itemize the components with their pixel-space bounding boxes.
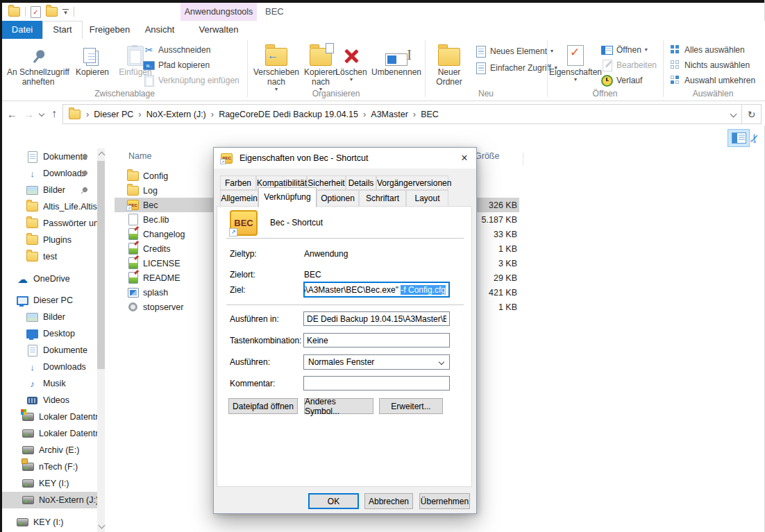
tab-start[interactable]: Start	[42, 21, 83, 40]
folder-icon	[26, 202, 38, 212]
sidebar-item-bilder[interactable]: Bilder	[2, 182, 97, 198]
group-label-open: Öffnen	[547, 89, 663, 98]
sidebar-item-nox-extern-j[interactable]: NoX-Extern (J:)	[2, 492, 97, 508]
sidebar-item-key-i[interactable]: KEY (I:)	[2, 475, 97, 492]
customize-toolbar-icon[interactable]: ▾	[62, 9, 69, 15]
sidebar-item-pc-dokumente[interactable]: Dokumente	[2, 342, 97, 359]
properties-check-icon[interactable]: ✓	[31, 6, 41, 18]
tab-vorgaengerversionen[interactable]: Vorgängerversionen	[376, 175, 448, 190]
sidebar-item-musik[interactable]: ♪ Musik	[2, 375, 97, 392]
folder-icon	[26, 235, 38, 245]
tab-datei[interactable]: Datei	[2, 21, 42, 39]
column-header-groesse[interactable]: Größe	[475, 151, 499, 166]
sidebar-item-onedrive[interactable]: ☁ OneDrive	[2, 271, 97, 287]
tab-verknuepfung[interactable]: Verknüpfung	[258, 187, 317, 207]
sidebar-item-test[interactable]: test	[2, 248, 97, 265]
sidebar-item-altis-life[interactable]: Altis_Life.Altis	[2, 198, 97, 215]
paste-shortcut-button[interactable]: Verknüpfung einfügen	[143, 74, 239, 87]
target-input[interactable]: 4.15\A3Master\BEC\Bec.exe" -f Config.cfg	[303, 282, 450, 298]
dialog-title: Eigenschaften von Bec - Shortcut	[239, 153, 369, 163]
history-clock-icon	[601, 75, 613, 87]
sidebar-item-key-i-2[interactable]: KEY (I:)	[2, 514, 97, 531]
address-bar[interactable]: › Dieser PC › NoX-Extern (J:) › RageCore…	[62, 104, 762, 124]
tab-allgemein[interactable]: Allgemein	[220, 190, 258, 207]
cancel-button[interactable]: Abbrechen	[364, 493, 413, 509]
breadcrumb-segment[interactable]: Dieser PC	[89, 110, 138, 119]
sidebar-item-pc-downloads[interactable]: ↓ Downloads	[2, 359, 97, 375]
tab-layout[interactable]: Layout	[406, 190, 448, 207]
select-none-icon	[669, 60, 681, 71]
new-item-icon	[475, 46, 487, 58]
scroll-down-icon[interactable]	[98, 522, 105, 529]
breadcrumb-segment[interactable]: BEC	[416, 110, 444, 119]
invert-selection-button[interactable]: Auswahl umkehren	[669, 74, 755, 87]
close-icon[interactable]: ×	[453, 148, 476, 169]
change-icon-button[interactable]: Anderes Symbol...	[304, 398, 373, 414]
move-to-icon: ←	[265, 41, 287, 66]
edit-button[interactable]: Bearbeiten	[601, 58, 657, 72]
properties-dialog: BEC↗ Eigenschaften von Bec - Shortcut × …	[213, 147, 477, 514]
tab-farben[interactable]: Farben	[220, 175, 256, 190]
history-chevron-icon[interactable]	[40, 101, 44, 126]
hotkey-input[interactable]	[303, 333, 450, 347]
breadcrumb-segment[interactable]: NoX-Extern (J:)	[142, 110, 211, 119]
tab-ansicht[interactable]: Ansicht	[137, 21, 183, 39]
back-icon[interactable]: ←	[7, 101, 17, 126]
sidebar-item-dokumente[interactable]: Dokumente	[2, 148, 97, 165]
column-header-name[interactable]: Name	[128, 151, 151, 166]
folder-icon[interactable]	[46, 7, 58, 17]
sidebar-item-plugins[interactable]: Plugins	[2, 232, 97, 248]
window-top-edge	[0, 0, 765, 3]
copy-icon	[86, 41, 99, 66]
open-file-location-button[interactable]: Dateipfad öffnen	[228, 398, 298, 414]
pictures-icon	[26, 313, 38, 322]
run-select[interactable]: Normales Fenster	[303, 354, 450, 370]
comment-input[interactable]	[303, 376, 450, 391]
sidebar-item-pc-bilder[interactable]: Bilder	[2, 309, 97, 325]
select-all-button[interactable]: Alles auswählen	[669, 43, 745, 57]
sidebar-item-downloads[interactable]: ↓ Downloads	[2, 165, 97, 182]
pushpin-icon	[31, 41, 46, 66]
folder-icon[interactable]	[8, 7, 20, 17]
invert-selection-icon	[669, 75, 681, 87]
breadcrumb-segment[interactable]: RageCoreDE Dedi Backup 19.04.15	[214, 110, 363, 119]
text-document-icon	[127, 243, 139, 255]
apply-button[interactable]: Übernehmen	[419, 493, 470, 509]
sidebar-item-passwoerter[interactable]: Passwörter und I	[2, 215, 97, 232]
tab-verwalten[interactable]: Verwalten	[183, 21, 255, 39]
refresh-icon[interactable]: ↻	[741, 105, 761, 123]
forward-icon[interactable]: →	[24, 101, 34, 126]
up-icon[interactable]: ↑	[51, 101, 57, 126]
tab-freigeben[interactable]: Freigeben	[83, 21, 137, 39]
scroll-up-icon[interactable]	[98, 152, 105, 159]
column-divider[interactable]	[523, 153, 523, 165]
comment-label: Kommentar:	[230, 379, 275, 388]
easy-access-button[interactable]: Einfacher Zugriff ▾	[475, 61, 557, 75]
breadcrumb-segment[interactable]: A3Master	[366, 110, 413, 119]
sidebar-item-lokaler-d[interactable]: Lokaler Datenträ	[2, 425, 97, 442]
cut-button[interactable]: ✂ Ausschneiden	[143, 43, 210, 57]
toolbar-separator	[25, 7, 26, 17]
open-button[interactable]: Öffnen ▾	[601, 43, 648, 57]
new-item-button[interactable]: Neues Element ▾	[475, 44, 553, 58]
history-button[interactable]: Verlauf	[601, 74, 642, 87]
desktop-icon	[26, 329, 38, 338]
sidebar-item-lokaler-c[interactable]: Lokaler Datenträ	[2, 409, 97, 425]
start-in-input[interactable]	[303, 311, 450, 326]
sidebar-scrollbar[interactable]	[97, 148, 105, 532]
sidebar-item-dieser-pc[interactable]: Dieser PC	[2, 292, 97, 309]
sidebar-item-ntech-f[interactable]: nTech (F:)	[2, 458, 97, 475]
tab-details[interactable]: Details	[346, 175, 376, 190]
address-dropdown-icon[interactable]	[725, 105, 741, 123]
advanced-button[interactable]: Erweitert...	[379, 398, 443, 414]
scrollbar-thumb[interactable]	[97, 161, 105, 369]
sidebar-item-videos[interactable]: Videos	[2, 392, 97, 409]
sidebar-item-desktop[interactable]: Desktop	[2, 325, 97, 342]
tab-optionen[interactable]: Optionen	[317, 190, 359, 207]
sidebar-item-archiv-e[interactable]: Archiv (E:)	[2, 442, 97, 458]
select-none-button[interactable]: Nichts auswählen	[669, 58, 750, 72]
tab-schriftart[interactable]: Schriftart	[359, 190, 406, 207]
copy-path-button[interactable]: w.. Pfad kopieren	[143, 58, 210, 72]
download-arrow-icon: ↓	[26, 363, 38, 372]
ok-button[interactable]: OK	[308, 493, 359, 509]
